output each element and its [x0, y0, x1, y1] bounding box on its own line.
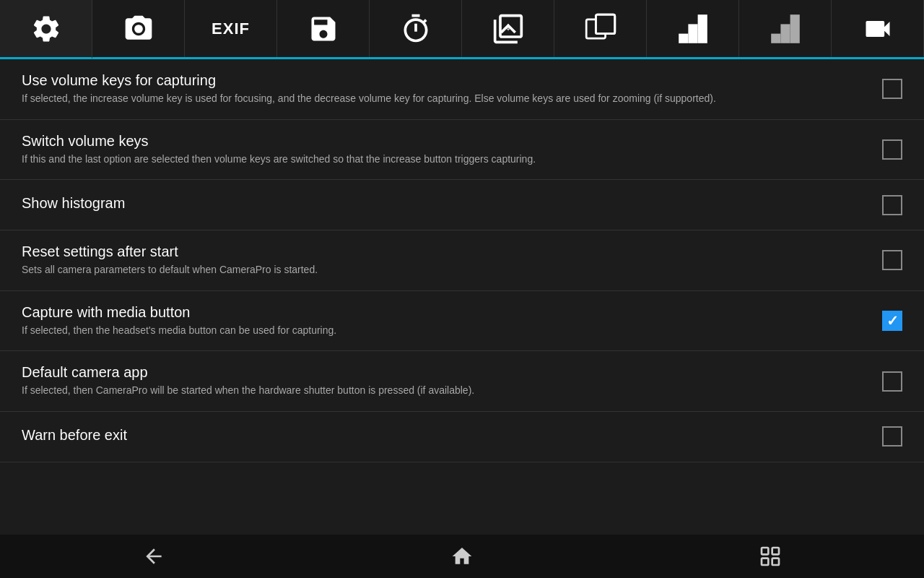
- recents-button[interactable]: [741, 540, 799, 572]
- svg-rect-5: [688, 24, 697, 43]
- setting-title-default-camera-app: Default camera app: [22, 364, 868, 381]
- setting-text-default-camera-app: Default camera appIf selected, then Came…: [22, 364, 882, 398]
- setting-title-capture-media-button: Capture with media button: [22, 304, 868, 321]
- bottom-navigation: [0, 535, 924, 578]
- svg-rect-13: [772, 558, 778, 565]
- nav-item-capture-mode[interactable]: [554, 0, 647, 57]
- svg-rect-12: [762, 558, 768, 565]
- checkbox-default-camera-app[interactable]: [882, 371, 902, 392]
- setting-item-show-histogram[interactable]: Show histogram: [0, 180, 924, 230]
- setting-desc-switch-volume-keys: If this and the last option are selected…: [22, 152, 868, 167]
- svg-rect-8: [780, 24, 790, 43]
- nav-item-timer[interactable]: [370, 0, 462, 57]
- setting-text-warn-before-exit: Warn before exit: [22, 427, 882, 447]
- svg-rect-4: [679, 33, 688, 43]
- setting-desc-use-volume-keys: If selected, the increase volume key is …: [22, 92, 868, 106]
- checkbox-capture-media-button[interactable]: [882, 311, 902, 331]
- nav-item-settings[interactable]: [0, 0, 92, 59]
- setting-title-switch-volume-keys: Switch volume keys: [22, 133, 868, 150]
- back-button[interactable]: [125, 540, 183, 572]
- checkbox-reset-settings[interactable]: [882, 250, 902, 270]
- top-navigation: EXIF ⌖: [0, 0, 924, 59]
- setting-text-switch-volume-keys: Switch volume keysIf this and the last o…: [22, 133, 882, 167]
- svg-rect-6: [697, 14, 707, 43]
- setting-desc-default-camera-app: If selected, then CameraPro will be star…: [22, 384, 868, 398]
- setting-item-warn-before-exit[interactable]: Warn before exit: [0, 412, 924, 462]
- nav-item-exif[interactable]: EXIF: [185, 0, 277, 57]
- checkbox-switch-volume-keys[interactable]: [882, 139, 902, 160]
- setting-item-use-volume-keys[interactable]: Use volume keys for capturingIf selected…: [0, 59, 924, 120]
- checkbox-warn-before-exit[interactable]: [882, 426, 902, 447]
- home-button[interactable]: [433, 540, 491, 572]
- setting-item-switch-volume-keys[interactable]: Switch volume keysIf this and the last o…: [0, 120, 924, 181]
- svg-rect-7: [771, 33, 780, 43]
- svg-rect-9: [790, 14, 799, 43]
- nav-item-filter2[interactable]: [739, 0, 832, 57]
- setting-title-reset-settings: Reset settings after start: [22, 243, 868, 260]
- setting-text-use-volume-keys: Use volume keys for capturingIf selected…: [22, 72, 882, 106]
- checkbox-use-volume-keys[interactable]: [882, 79, 902, 99]
- setting-text-reset-settings: Reset settings after startSets all camer…: [22, 243, 882, 277]
- nav-item-storage[interactable]: [277, 0, 370, 57]
- setting-title-show-histogram: Show histogram: [22, 195, 868, 212]
- setting-text-capture-media-button: Capture with media buttonIf selected, th…: [22, 304, 882, 338]
- nav-item-focus[interactable]: ⌖: [462, 0, 554, 57]
- setting-item-default-camera-app[interactable]: Default camera appIf selected, then Came…: [0, 351, 924, 412]
- nav-item-video[interactable]: [832, 0, 924, 57]
- nav-item-camera[interactable]: [92, 0, 185, 57]
- svg-rect-11: [772, 548, 778, 554]
- setting-desc-capture-media-button: If selected, then the headset's media bu…: [22, 324, 868, 338]
- svg-rect-10: [762, 548, 768, 554]
- setting-item-reset-settings[interactable]: Reset settings after startSets all camer…: [0, 230, 924, 291]
- svg-text:⌖: ⌖: [505, 19, 512, 34]
- exif-label: EXIF: [212, 20, 250, 38]
- svg-rect-2: [596, 14, 614, 33]
- setting-desc-reset-settings: Sets all camera parameters to default wh…: [22, 263, 868, 277]
- checkbox-show-histogram[interactable]: [882, 195, 902, 215]
- setting-title-use-volume-keys: Use volume keys for capturing: [22, 72, 868, 89]
- setting-item-capture-media-button[interactable]: Capture with media buttonIf selected, th…: [0, 291, 924, 352]
- nav-item-filter1[interactable]: [647, 0, 739, 57]
- setting-title-warn-before-exit: Warn before exit: [22, 427, 868, 444]
- setting-text-show-histogram: Show histogram: [22, 195, 882, 215]
- settings-content: Use volume keys for capturingIf selected…: [0, 59, 924, 535]
